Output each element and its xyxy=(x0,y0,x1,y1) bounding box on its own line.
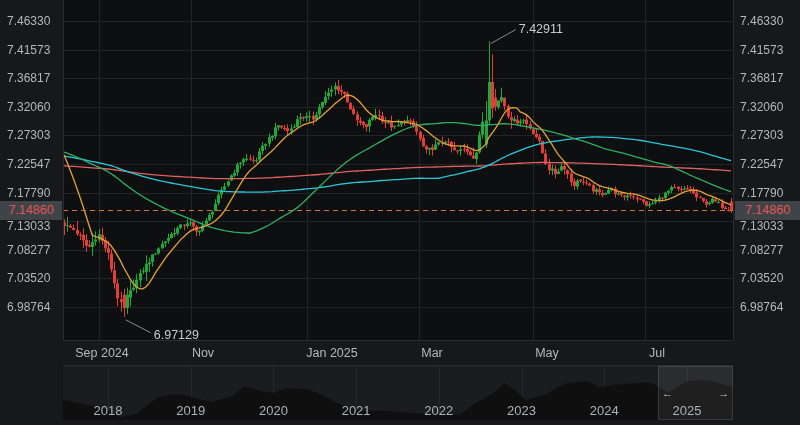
navigator-handle-right-icon[interactable]: → xyxy=(718,387,729,399)
time-tick-label: Sep 2024 xyxy=(75,346,129,360)
navigator-year-label: 2021 xyxy=(342,403,371,418)
price-tick-label: 7.22547 xyxy=(7,157,50,171)
navigator-handle-left-icon[interactable]: ← xyxy=(662,387,673,399)
price-tick-label: 7.32060 xyxy=(740,100,783,114)
price-tick-label: 7.13033 xyxy=(740,219,783,233)
navigator-year-label: 2022 xyxy=(424,403,453,418)
price-tick-label: 7.03520 xyxy=(740,271,783,285)
time-tick-label: Jul xyxy=(649,346,665,360)
candlestick-chart-canvas[interactable] xyxy=(0,0,800,425)
price-tick-label: 6.98764 xyxy=(740,300,783,314)
price-tick-label: 7.13033 xyxy=(7,219,50,233)
price-tick-label: 7.41573 xyxy=(7,43,50,57)
price-tick-label: 7.03520 xyxy=(7,271,50,285)
time-tick-label: Mar xyxy=(421,346,443,360)
current-price-badge-right: 7.14860 xyxy=(735,201,800,220)
price-tick-label: 7.46330 xyxy=(7,14,50,28)
navigator-year-label: 2020 xyxy=(259,403,288,418)
high-price-annotation: 7.42911 xyxy=(519,22,563,36)
current-price-badge-left: 7.14860 xyxy=(0,201,62,220)
navigator-year-label: 2019 xyxy=(176,403,205,418)
navigator-year-label: 2023 xyxy=(507,403,536,418)
navigator-year-label: 2024 xyxy=(590,403,619,418)
price-tick-label: 7.36817 xyxy=(740,71,783,85)
price-tick-label: 7.22547 xyxy=(740,157,783,171)
price-tick-label: 6.98764 xyxy=(7,300,50,314)
price-tick-label: 7.17790 xyxy=(740,186,783,200)
price-tick-label: 7.08277 xyxy=(740,243,783,257)
navigator-year-label: 2025 xyxy=(673,403,702,418)
price-tick-label: 7.32060 xyxy=(7,100,50,114)
fx-chart-window: 7.463307.415737.368177.320607.273037.225… xyxy=(0,0,800,425)
price-tick-label: 7.36817 xyxy=(7,71,50,85)
price-tick-label: 7.46330 xyxy=(740,14,783,28)
price-tick-label: 7.41573 xyxy=(740,43,783,57)
time-tick-label: May xyxy=(535,346,559,360)
time-tick-label: Jan 2025 xyxy=(306,346,357,360)
price-tick-label: 7.08277 xyxy=(7,243,50,257)
time-tick-label: Nov xyxy=(192,346,214,360)
price-tick-label: 7.27303 xyxy=(7,128,50,142)
navigator-year-label: 2018 xyxy=(94,403,123,418)
low-price-annotation: 6.97129 xyxy=(154,328,199,342)
price-tick-label: 7.27303 xyxy=(740,128,783,142)
price-tick-label: 7.17790 xyxy=(7,186,50,200)
